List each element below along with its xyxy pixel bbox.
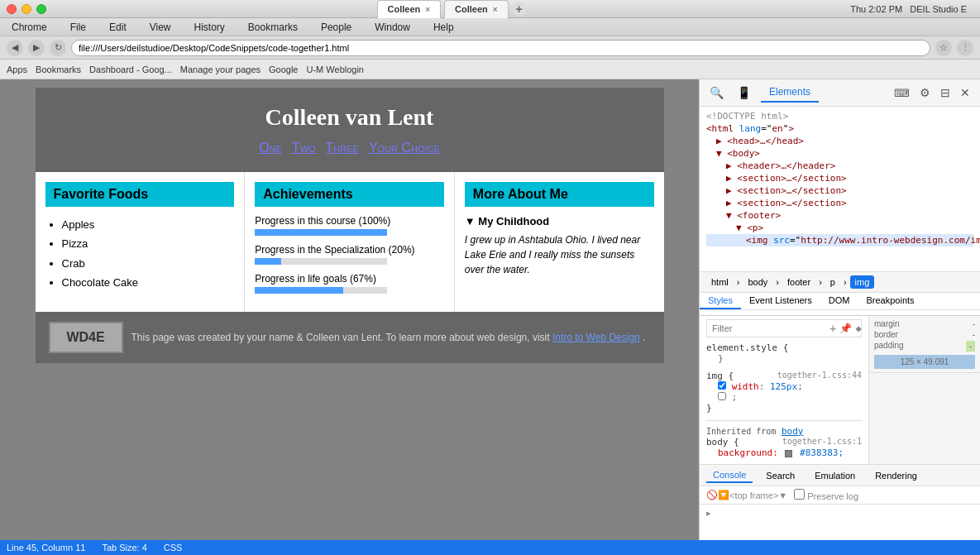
menu-view[interactable]: View (145, 20, 176, 35)
menu-help[interactable]: Help (428, 20, 459, 35)
inherited-from-link[interactable]: body (782, 426, 804, 437)
tab-close-icon-2[interactable]: × (493, 5, 498, 14)
fullscreen-button[interactable] (36, 4, 46, 14)
tree-doctype[interactable]: <!DOCTYPE html> (706, 110, 973, 122)
frame-dropdown[interactable]: ▼ (778, 490, 787, 500)
menu-file[interactable]: File (65, 20, 91, 35)
menu-edit[interactable]: Edit (104, 20, 131, 35)
search-tab[interactable]: Search (759, 469, 801, 482)
tree-head[interactable]: ▶ <head>…</head> (706, 135, 973, 147)
styles-tab[interactable]: Styles (700, 293, 741, 309)
nav-link-one[interactable]: One (259, 141, 282, 155)
tree-html[interactable]: <html lang="en"> (706, 122, 973, 135)
nav-link-two[interactable]: Two (292, 141, 316, 155)
bookmark-google[interactable]: Google (269, 65, 298, 74)
tree-footer[interactable]: ▼ <footer> (706, 209, 973, 222)
tree-section3[interactable]: ▶ <section>…</section> (706, 197, 973, 209)
bookmark-dashboard[interactable]: Dashboard - Goog... (89, 65, 172, 74)
body-rule: body { together-1.css:1 background: #838… (706, 437, 862, 458)
filter-input[interactable] (712, 323, 826, 333)
back-button[interactable]: ◀ (7, 40, 23, 56)
tree-header[interactable]: ▶ <header>…</header> (706, 160, 973, 172)
tree-p[interactable]: ▼ <p> (706, 222, 973, 234)
body-source[interactable]: together-1.css:1 (782, 437, 862, 446)
devtools-elements-tab[interactable]: Elements (761, 83, 819, 103)
bc-p[interactable]: p (825, 275, 840, 289)
bg-color-swatch (785, 450, 792, 457)
tree-section1[interactable]: ▶ <section>…</section> (706, 172, 973, 184)
bc-html[interactable]: html (706, 275, 734, 289)
devtools-magnify-icon[interactable]: 🔍 (706, 84, 727, 101)
dom-tab[interactable]: DOM (820, 293, 858, 309)
refresh-button[interactable]: ↻ (50, 40, 66, 56)
tree-body[interactable]: ▼ <body> (706, 147, 973, 160)
border-label: border (874, 330, 898, 339)
footer-period: . (643, 332, 645, 343)
tab-close-icon[interactable]: × (425, 5, 430, 14)
bc-sep1: › (737, 277, 740, 287)
active-tab[interactable]: Colleen × (377, 0, 442, 18)
new-tab-button[interactable]: + (512, 2, 527, 17)
breakpoints-tab[interactable]: Breakpoints (858, 293, 922, 309)
menu-people[interactable]: People (316, 20, 356, 35)
menu-window[interactable]: Window (370, 20, 415, 35)
settings-icon[interactable]: ⋮ (957, 40, 973, 56)
tree-img[interactable]: <img src="http://www.intro-webdesign.com… (706, 234, 973, 246)
console-prompt-row: ▸ (700, 504, 980, 522)
rendering-tab[interactable]: Rendering (868, 469, 924, 482)
menu-chrome[interactable]: Chrome (7, 20, 52, 35)
bookmark-apps[interactable]: Apps (7, 65, 27, 74)
devtools-device-icon[interactable]: 📱 (734, 84, 754, 101)
devtools-panel: 🔍 📱 Elements ⌨ ⚙ ⊟ ✕ <!DOCTYPE html> <ht… (699, 79, 980, 540)
second-tab[interactable]: Colleen × (444, 0, 509, 18)
img-empty-checkbox[interactable] (718, 392, 726, 400)
devtools-close-icon[interactable]: ✕ (957, 84, 973, 101)
nav-link-three[interactable]: Three (326, 141, 359, 155)
bc-footer[interactable]: footer (782, 275, 815, 289)
forward-button[interactable]: ▶ (28, 40, 45, 56)
img-width-checkbox[interactable] (718, 381, 726, 390)
emulation-tab[interactable]: Emulation (808, 469, 862, 482)
bookmark-icon[interactable]: ☆ (935, 40, 952, 56)
devtools-settings-icon[interactable]: ⚙ (916, 84, 934, 101)
footer-link[interactable]: Intro to Web Design (552, 332, 640, 343)
progress-label-1: Progress in this course (100%) (255, 215, 444, 227)
inherited-label: Inherited from (706, 427, 776, 436)
add-style-icon[interactable]: + (829, 322, 836, 335)
filter-icon: 🔽 (718, 490, 729, 500)
menu-history[interactable]: History (189, 20, 230, 35)
pin-icon[interactable]: 📌 (839, 323, 852, 334)
event-listeners-tab[interactable]: Event Listeners (741, 293, 820, 309)
devtools-more-tabs[interactable] (825, 89, 842, 97)
line-col: Line 45, Column 11 (7, 543, 85, 553)
img-close-brace: } (706, 403, 712, 414)
more-icon[interactable]: ◆ (855, 323, 861, 334)
devtools-dock-icon[interactable]: ⊟ (937, 84, 954, 101)
bookmark-weblogin[interactable]: U-M Weblogin (307, 65, 365, 74)
food-item: Chocolate Cake (62, 273, 235, 292)
bookmark-bookmarks[interactable]: Bookmarks (36, 65, 81, 74)
frame-select[interactable]: <top frame> (729, 490, 778, 500)
bc-img[interactable]: img (850, 275, 875, 289)
nav-link-choice[interactable]: Your Choice (369, 141, 440, 155)
bc-body[interactable]: body (743, 275, 772, 289)
img-open-brace: { (729, 371, 734, 381)
menu-bookmarks[interactable]: Bookmarks (243, 20, 303, 35)
margin-label: margin (874, 319, 900, 328)
url-bar[interactable]: file:///Users/deilstudioe/Desktop/CodeSn… (71, 40, 930, 56)
img-source[interactable]: together-1.css:44 (777, 371, 862, 380)
bc-sep3: › (819, 277, 822, 287)
filter-row: + 📌 ◆ (706, 319, 862, 337)
bookmark-manage[interactable]: Manage your pages (180, 65, 261, 74)
box-model-panel: margin - border - padding - 125 × 49.0 (868, 316, 980, 464)
url-text: file:///Users/deilstudioe/Desktop/CodeSn… (79, 43, 349, 53)
frame-icon: 🚫 (706, 490, 718, 500)
tree-section2[interactable]: ▶ <section>…</section> (706, 184, 973, 197)
console-tab[interactable]: Console (706, 468, 753, 483)
devtools-console-icon[interactable]: ⌨ (891, 85, 913, 101)
preserve-log-checkbox[interactable] (794, 489, 805, 500)
main-area: Colleen van Lent One Two Three Your Choi… (0, 79, 980, 540)
minimize-button[interactable] (22, 4, 31, 14)
styles-left: + 📌 ◆ element.style { } img together-1.c… (700, 316, 868, 464)
close-button[interactable] (7, 4, 17, 14)
